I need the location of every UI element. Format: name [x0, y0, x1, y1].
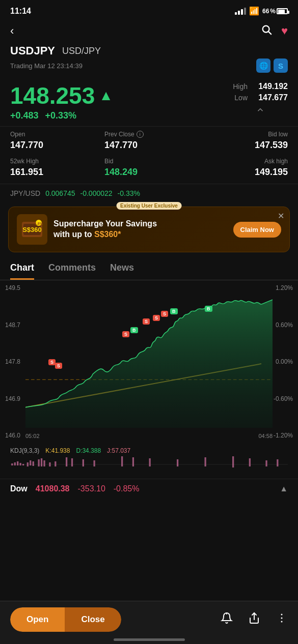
svg-rect-12	[17, 461, 18, 465]
svg-point-40	[281, 621, 283, 623]
chevron-up-icon: ▲	[280, 484, 288, 493]
action-bar: Open Close	[0, 601, 298, 644]
kdj-k: K:41.938	[45, 447, 70, 454]
svg-rect-32	[232, 456, 234, 467]
svg-rect-13	[20, 463, 21, 465]
chart-y-labels-left: 149.5 148.7 147.8 146.9 146.0	[5, 280, 20, 443]
bar4	[244, 8, 246, 15]
kdj-values: KDJ(9,3,3) K:41.938 D:34.388 J:57.037	[10, 447, 288, 454]
svg-rect-33	[249, 458, 251, 466]
svg-rect-17	[33, 461, 34, 466]
stat-52wk-high: 52wk High 161.951	[10, 158, 99, 178]
svg-rect-16	[30, 460, 31, 465]
scroll-indicator-icon	[233, 105, 288, 117]
symbol-section: USDJPY USD/JPY Trading Mar 12 23:14:39 🌐…	[0, 44, 298, 77]
share-icon[interactable]	[248, 612, 260, 627]
low-value: 147.677	[255, 93, 288, 102]
signal-s4: S	[143, 318, 150, 325]
svg-rect-26	[94, 460, 95, 466]
svg-line-1	[268, 32, 271, 34]
x-time-right: 04:58	[258, 433, 273, 439]
y-pct-0: 1.20%	[274, 284, 293, 291]
kdj-section: KDJ(9,3,3) K:41.938 D:34.388 J:57.037	[0, 443, 298, 479]
stat-ask-high-value: 149.195	[199, 167, 288, 178]
banner-subtitle: with up to	[53, 230, 94, 239]
price-section: 148.253 ▲ +0.483 +0.33% High 149.192 Low…	[0, 77, 298, 126]
price-change-abs: +0.483	[10, 110, 39, 121]
y-label-1: 148.7	[5, 321, 20, 329]
svg-rect-14	[22, 464, 24, 465]
signal-b3: B	[205, 306, 212, 312]
kdj-mini-chart	[10, 454, 288, 475]
ticker-change: -353.10	[78, 484, 105, 493]
open-button[interactable]: Open	[10, 607, 65, 632]
wifi-icon: 📶	[249, 6, 259, 16]
signal-b2: B	[170, 308, 178, 314]
high-row: High 149.192	[233, 82, 288, 91]
banner-title: Supercharge Your Savings with up to S$36…	[53, 219, 227, 240]
info-icon: i	[137, 131, 144, 138]
svg-rect-22	[55, 461, 56, 466]
x-time-left: 05:02	[25, 433, 40, 439]
stats-grid: Open 147.770 Prev Close i 147.770 Bid lo…	[0, 126, 298, 184]
stat-52wk-high-value: 161.951	[10, 167, 99, 178]
y-pct-4: -1.20%	[274, 432, 293, 439]
stat-open: Open 147.770	[10, 131, 99, 151]
search-icon[interactable]	[261, 24, 272, 38]
action-icons	[221, 612, 288, 627]
bell-icon[interactable]	[221, 612, 233, 627]
stat-open-value: 147.770	[10, 140, 99, 151]
bar1	[235, 12, 237, 15]
chart-y-labels-right: 1.20% 0.60% 0.00% -0.60% -1.20%	[274, 280, 293, 443]
price-left: 148.253 ▲ +0.483 +0.33%	[10, 82, 113, 121]
battery-level: 66	[262, 8, 269, 15]
signal-s3: S	[122, 331, 129, 337]
battery-cap	[288, 11, 289, 14]
stat-bid-label: Bid	[104, 158, 194, 165]
svg-text:1.8%: 1.8%	[35, 222, 43, 225]
banner-ad: Existing User Exclusive S$360 1.8% Super…	[8, 207, 290, 252]
close-button[interactable]: Close	[65, 607, 121, 632]
battery-icon: 66 %	[262, 8, 288, 15]
svg-rect-19	[41, 458, 42, 466]
tab-bar: Chart Comments News	[0, 256, 298, 280]
low-row: Low 147.677	[234, 93, 288, 102]
more-icon[interactable]	[276, 612, 288, 627]
close-icon[interactable]: ✕	[278, 211, 284, 221]
globe-badge: 🌐	[256, 58, 270, 73]
y-pct-2: 0.00%	[274, 358, 293, 365]
stat-prev-close-value: 147.770	[104, 140, 194, 151]
back-button[interactable]: ‹	[10, 24, 14, 38]
price-value: 148.253	[10, 82, 95, 109]
jpy-change-abs: -0.000022	[80, 189, 113, 197]
tab-news[interactable]: News	[110, 262, 134, 280]
stat-bid: Bid 148.249	[104, 158, 194, 178]
tab-comments[interactable]: Comments	[48, 262, 96, 280]
ticker-pct: -0.85%	[114, 484, 140, 493]
price-change-pct: +0.33%	[45, 110, 77, 121]
price-arrow-icon: ▲	[99, 87, 113, 104]
signal-s6: S	[161, 311, 168, 317]
signal-s5: S	[153, 315, 160, 321]
svg-rect-15	[27, 462, 29, 466]
kdj-j: J:57.037	[107, 447, 130, 454]
tab-chart[interactable]: Chart	[10, 262, 34, 280]
banner-text: Supercharge Your Savings with up to S$36…	[53, 219, 227, 240]
stat-ask-high: Ask high 149.195	[199, 158, 288, 178]
claim-button[interactable]: Claim Now	[233, 222, 281, 238]
favorite-icon[interactable]: ♥	[281, 24, 288, 38]
y-label-3: 146.9	[5, 395, 20, 402]
y-pct-3: -0.60%	[274, 395, 293, 402]
svg-rect-11	[14, 462, 16, 465]
stat-ask-high-label: Ask high	[199, 158, 288, 165]
stat-bid-low: Bid low 147.539	[199, 131, 288, 151]
svg-rect-28	[132, 457, 134, 466]
low-label: Low	[234, 94, 248, 102]
svg-text:S$360: S$360	[22, 226, 42, 233]
svg-rect-27	[121, 456, 123, 466]
banner-icon: S$360 1.8%	[17, 214, 47, 245]
jpy-rate: JPY/USD 0.006745 -0.000022 -0.33%	[0, 184, 298, 202]
svg-rect-10	[11, 463, 13, 465]
svg-rect-24	[71, 458, 73, 466]
banner-highlight: S$360*	[94, 230, 121, 239]
